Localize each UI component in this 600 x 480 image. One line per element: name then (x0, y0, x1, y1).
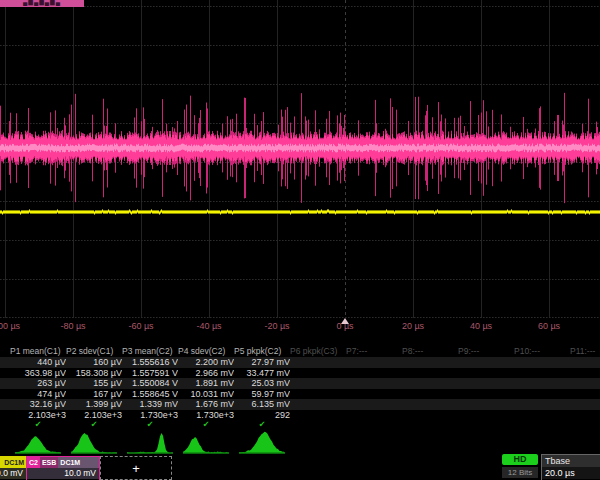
status-check-icon: ✔ (234, 420, 290, 428)
table-cell: 1.339 mV (122, 399, 178, 410)
status-empty (402, 420, 458, 428)
table-cell (458, 399, 514, 410)
table-cell (570, 357, 600, 368)
table-cell (346, 368, 402, 379)
timebase-descriptor[interactable]: Tbase 20.0 µs (541, 454, 600, 480)
hd-bits-label: 12 Bits (502, 467, 538, 478)
add-trace-button[interactable]: + (100, 456, 172, 480)
table-cell: 2.966 mV (178, 368, 234, 379)
time-tick-label: 20 µs (402, 321, 424, 331)
table-cell: 27.97 mV (234, 357, 290, 368)
table-cell (346, 399, 402, 410)
table-cell (346, 357, 402, 368)
param-header[interactable]: P5 pkpk(C2) (234, 344, 290, 357)
status-empty (458, 420, 514, 428)
table-cell (570, 368, 600, 379)
table-cell: 263 µV (10, 378, 66, 389)
table-cell: 440 µV (10, 357, 66, 368)
param-header-inactive[interactable]: P11:--- (570, 344, 600, 357)
table-cell (290, 389, 346, 400)
table-cell (514, 357, 570, 368)
table-cell (402, 389, 458, 400)
table-cell (402, 399, 458, 410)
table-cell: 167 µV (66, 389, 122, 400)
time-tick-label: -40 µs (196, 321, 221, 331)
param-header-inactive[interactable]: P6 pkpk(C3) (290, 344, 346, 357)
c2-channel-label: C2 (27, 457, 40, 468)
time-tick-label: 40 µs (470, 321, 492, 331)
waveform-canvas (0, 0, 600, 318)
table-cell (402, 410, 458, 421)
table-cell: 1.730e+3 (178, 410, 234, 421)
histogram-icon[interactable] (183, 429, 229, 455)
param-header[interactable]: P1 mean(C1) (10, 344, 66, 357)
waveform-area[interactable]: ▄▆▄▆▄▆▄ (0, 0, 600, 318)
table-cell (290, 378, 346, 389)
table-cell: 158.308 µV (66, 368, 122, 379)
table-cell: 10.031 mV (178, 389, 234, 400)
table-cell (570, 399, 600, 410)
table-cell (570, 410, 600, 421)
table-cell (570, 378, 600, 389)
table-cell: 25.03 mV (234, 378, 290, 389)
table-cell (402, 378, 458, 389)
timebase-title: Tbase (542, 455, 600, 467)
table-cell: 160 µV (66, 357, 122, 368)
table-cell (458, 410, 514, 421)
histogram-icon[interactable] (239, 429, 285, 455)
histogram-icon[interactable] (15, 429, 61, 455)
time-axis: -100 µs-80 µs-60 µs-40 µs-20 µs0 µs20 µs… (0, 318, 600, 344)
histicon-row (0, 428, 600, 456)
table-cell (514, 378, 570, 389)
table-cell: 1.557591 V (122, 368, 178, 379)
table-cell (458, 357, 514, 368)
channel-c1-descriptor[interactable]: DC1M 20.0 mV (0, 456, 27, 480)
timebase-value: 20.0 µs (542, 467, 600, 479)
histogram-icon[interactable] (71, 429, 117, 455)
c1-vdiv-value: 20.0 mV (0, 468, 26, 479)
table-cell (290, 410, 346, 421)
table-cell: 474 µV (10, 389, 66, 400)
time-tick-label: -20 µs (264, 321, 289, 331)
table-cell: 59.97 mV (234, 389, 290, 400)
table-cell: 1.550084 V (122, 378, 178, 389)
table-cell (346, 389, 402, 400)
channel-c2-descriptor[interactable]: C2 ESB DC1M 10.0 mV (26, 456, 100, 480)
param-header-inactive[interactable]: P10:--- (514, 344, 570, 357)
table-cell (458, 378, 514, 389)
c2-vdiv-value: 10.0 mV (27, 468, 99, 479)
param-header-inactive[interactable]: P9:--- (458, 344, 514, 357)
hd-mode-group: HD 12 Bits (502, 454, 538, 478)
table-cell: 1.558645 V (122, 389, 178, 400)
histogram-icon[interactable] (127, 429, 173, 455)
table-cell (290, 368, 346, 379)
status-check-icon: ✔ (178, 420, 234, 428)
table-cell: 1.555616 V (122, 357, 178, 368)
table-row-value: 440 µV160 µV1.555616 V2.200 mV27.97 mV (0, 357, 600, 368)
hd-badge[interactable]: HD (502, 454, 538, 465)
table-cell (458, 389, 514, 400)
c2-title-row: C2 ESB DC1M (27, 457, 99, 468)
param-header[interactable]: P3 mean(C2) (122, 344, 178, 357)
measurement-table: P1 mean(C1)P2 sdev(C1)P3 mean(C2)P4 sdev… (0, 344, 600, 428)
param-header[interactable]: P4 sdev(C2) (178, 344, 234, 357)
table-cell: 33.477 mV (234, 368, 290, 379)
table-cell (402, 368, 458, 379)
oscilloscope-screen: ▄▆▄▆▄▆▄ -100 µs-80 µs-60 µs-40 µs-20 µs0… (0, 0, 600, 480)
table-row-sdev: 32.16 µV1.399 µV1.339 mV1.676 mV6.135 mV (0, 399, 600, 410)
table-cell: 1.676 mV (178, 399, 234, 410)
table-row-min: 263 µV155 µV1.550084 V1.891 mV25.03 mV (0, 378, 600, 389)
table-cell (514, 389, 570, 400)
param-header-inactive[interactable]: P8:--- (402, 344, 458, 357)
table-cell (402, 357, 458, 368)
param-header-inactive[interactable]: P7:--- (346, 344, 402, 357)
param-header[interactable]: P2 sdev(C1) (66, 344, 122, 357)
status-empty (290, 420, 346, 428)
table-cell (570, 389, 600, 400)
c2-esb-badge: ESB (40, 457, 58, 468)
table-cell (346, 410, 402, 421)
table-cell: 2.200 mV (178, 357, 234, 368)
table-cell (458, 368, 514, 379)
table-row-mean: 363.98 µV158.308 µV1.557591 V2.966 mV33.… (0, 368, 600, 379)
trace-label-strip: ▄▆▄▆▄▆▄ (0, 0, 84, 7)
